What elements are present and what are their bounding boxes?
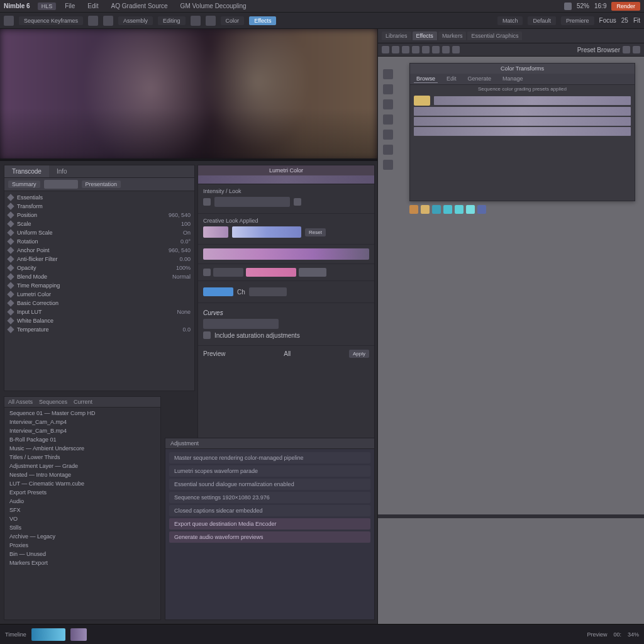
sync-icon[interactable]: [564, 3, 572, 10]
project-item[interactable]: Adjustment Layer — Grade: [4, 462, 160, 470]
twirl-icon[interactable]: [7, 299, 14, 306]
swatch[interactable]: [409, 205, 418, 214]
proj-tab-all[interactable]: All Assets: [8, 399, 33, 405]
project-item[interactable]: Audio: [4, 497, 160, 506]
fx-prop-value[interactable]: 0.00: [179, 256, 191, 262]
swatch[interactable]: [477, 205, 486, 214]
folder-icon[interactable]: [402, 46, 409, 53]
chip-search[interactable]: [44, 180, 78, 189]
chip-summary[interactable]: Summary: [8, 180, 40, 188]
preset-row[interactable]: [414, 117, 631, 126]
project-item[interactable]: B-Roll Package 01: [4, 435, 160, 444]
fx-prop-value[interactable]: 960, 540: [169, 212, 191, 218]
eyedropper-icon[interactable]: [383, 160, 393, 170]
timeline-mini[interactable]: [378, 514, 644, 518]
project-item[interactable]: Interview_Cam_B.mp4: [4, 426, 160, 435]
fx-row[interactable]: Input LUTNone: [6, 308, 193, 316]
preset-row[interactable]: [414, 96, 631, 106]
mask-tool-icon[interactable]: [383, 130, 393, 140]
project-item[interactable]: VO: [4, 514, 160, 523]
project-item[interactable]: Stills: [4, 523, 160, 532]
ws-effects[interactable]: Effects: [249, 16, 276, 25]
inner-tab-generate[interactable]: Generate: [465, 75, 494, 83]
render-button[interactable]: Render: [611, 2, 640, 11]
property-row[interactable]: Sequence settings 1920×1080 23.976: [169, 492, 370, 503]
fx-prop-value[interactable]: 960, 540: [169, 247, 191, 253]
fx-row[interactable]: Rotation0.0°: [6, 238, 193, 245]
timeline-thumb-b[interactable]: [70, 628, 87, 641]
preset-row[interactable]: [414, 127, 631, 136]
search-icon[interactable]: [422, 46, 430, 53]
fx-row[interactable]: White Balance: [6, 317, 193, 325]
fx-row[interactable]: Transform: [6, 203, 193, 210]
property-row[interactable]: Closed captions sidecar embedded: [169, 505, 370, 516]
project-item[interactable]: Titles / Lower Thirds: [4, 453, 160, 462]
type-tool-icon[interactable]: [383, 114, 393, 125]
marker-icon[interactable]: [88, 16, 98, 26]
fx-prop-value[interactable]: 100%: [176, 265, 191, 271]
menu-file[interactable]: File: [61, 1, 79, 11]
fx-row[interactable]: Basic Correction: [6, 299, 193, 307]
apply-button[interactable]: Apply: [349, 350, 369, 358]
chip-presentation[interactable]: Presentation: [82, 180, 121, 188]
twirl-icon[interactable]: [7, 238, 14, 245]
fx-prop-value[interactable]: 0.0: [182, 326, 191, 333]
twirl-icon[interactable]: [7, 291, 14, 297]
seg-hi[interactable]: [299, 268, 326, 277]
inner-tab-browse[interactable]: Browse: [414, 75, 438, 83]
ws-assembly[interactable]: Assembly: [118, 16, 153, 25]
reset-button[interactable]: Reset: [305, 228, 326, 236]
fx-row[interactable]: Time Remapping: [6, 282, 193, 289]
twirl-icon[interactable]: [7, 317, 14, 324]
tag-icon[interactable]: [442, 46, 450, 53]
fx-tab-transcode[interactable]: Transcode: [4, 165, 49, 177]
proj-tab-cur[interactable]: Current: [74, 399, 92, 405]
twirl-icon[interactable]: [7, 264, 14, 271]
wrench-icon[interactable]: [191, 16, 201, 26]
twirl-icon[interactable]: [7, 194, 14, 201]
property-row[interactable]: Master sequence rendering color-managed …: [169, 452, 370, 464]
twirl-icon[interactable]: [7, 229, 14, 236]
property-row[interactable]: Lumetri scopes waveform parade: [169, 465, 370, 477]
all-label[interactable]: All: [284, 350, 291, 357]
fx-prop-value[interactable]: Normal: [172, 274, 191, 280]
chevron-down-icon[interactable]: [294, 198, 301, 206]
project-item[interactable]: Export Presets: [4, 488, 160, 497]
tab-markers[interactable]: Markers: [438, 31, 467, 40]
fx-row[interactable]: Anchor Point960, 540: [6, 247, 193, 254]
fx-prop-value[interactable]: 0.0°: [180, 238, 191, 245]
crop-tool-icon[interactable]: [383, 145, 393, 155]
fx-row[interactable]: Anti-flicker Filter0.00: [6, 255, 193, 263]
tab-libraries[interactable]: Libraries: [382, 31, 411, 40]
project-item[interactable]: Music — Ambient Underscore: [4, 444, 160, 453]
inner-tab-edit[interactable]: Edit: [444, 75, 459, 83]
property-row[interactable]: Essential sound dialogue normalization e…: [169, 479, 370, 490]
project-item[interactable]: Proxies: [4, 541, 160, 550]
curve-type-dropdown[interactable]: [203, 319, 279, 329]
menu-comp[interactable]: AQ Gradient Source: [108, 1, 172, 11]
swatch[interactable]: [432, 205, 441, 214]
ws-color[interactable]: Color: [221, 16, 245, 25]
fx-prop-value[interactable]: 100: [181, 221, 191, 227]
project-item[interactable]: Interview_Cam_A.mp4: [4, 418, 160, 426]
star-icon[interactable]: [452, 46, 460, 53]
ws-default[interactable]: Default: [528, 16, 556, 25]
project-item[interactable]: Markers Export: [4, 558, 160, 567]
seg-mid[interactable]: [246, 268, 296, 277]
checkbox-icon[interactable]: [203, 331, 211, 339]
fx-row[interactable]: Scale100: [6, 220, 193, 228]
seq-label[interactable]: Sequence Keyframes: [19, 16, 83, 25]
project-item[interactable]: Nested — Intro Montage: [4, 470, 160, 479]
hand-tool-icon[interactable]: [383, 84, 393, 94]
proj-tab-seq[interactable]: Sequences: [39, 399, 67, 405]
sort-icon[interactable]: [432, 46, 440, 53]
fx-row[interactable]: Blend ModeNormal: [6, 273, 193, 280]
zoom-pct[interactable]: 34%: [628, 631, 639, 638]
twirl-icon[interactable]: [7, 308, 14, 315]
look-swatch-a[interactable]: [203, 226, 228, 238]
project-item[interactable]: Archive — Legacy: [4, 532, 160, 541]
swatch[interactable]: [466, 205, 475, 214]
grid-icon[interactable]: [206, 16, 216, 26]
twirl-icon[interactable]: [7, 255, 14, 262]
twirl-icon[interactable]: [7, 247, 14, 253]
